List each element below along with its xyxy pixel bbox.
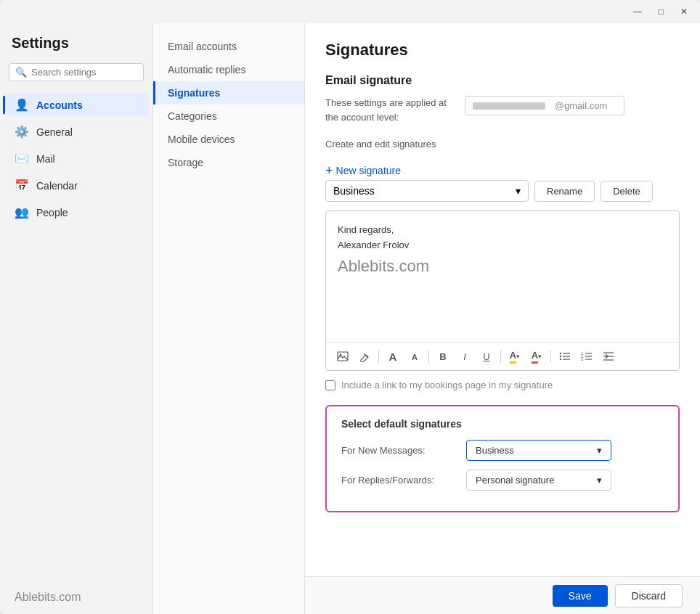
toolbar-underline-button[interactable]: U: [477, 347, 496, 366]
replies-label: For Replies/Forwards:: [341, 475, 457, 486]
new-signature-label: New signature: [336, 165, 402, 176]
search-icon: 🔍: [15, 67, 27, 78]
search-box[interactable]: 🔍: [9, 63, 144, 81]
toolbar-eraser-button[interactable]: [355, 347, 374, 366]
toolbar-sep2: [428, 350, 429, 363]
brand-name: Ablebits: [15, 591, 56, 603]
sidebar-item-calendar-label: Calendar: [36, 180, 78, 192]
toolbar-bold-button[interactable]: B: [434, 347, 452, 366]
svg-rect-0: [338, 352, 348, 361]
bookings-label: Include a link to my bookings page in my…: [341, 380, 553, 390]
mail-icon: ✉️: [15, 152, 29, 165]
mid-item-signatures[interactable]: Signatures: [153, 81, 304, 105]
account-level-row: These settings are applied at the accoun…: [325, 96, 680, 124]
mid-item-mobile-devices[interactable]: Mobile devices: [153, 128, 304, 151]
new-signature-button[interactable]: + New signature: [325, 161, 401, 180]
discard-button[interactable]: Discard: [615, 584, 683, 607]
sidebar-item-mail[interactable]: ✉️ Mail: [3, 147, 150, 171]
svg-point-2: [560, 353, 561, 354]
replies-row: For Replies/Forwards: Personal signature…: [341, 470, 664, 491]
sig-brand-suffix: .com: [394, 257, 429, 275]
toolbar-fontcolor-button[interactable]: A ▾: [527, 347, 546, 366]
create-edit-text: Create and edit signatures: [325, 139, 436, 150]
mid-item-email-accounts[interactable]: Email accounts: [153, 35, 304, 58]
page-title: Signatures: [325, 41, 680, 60]
main-panel: Signatures Email signature These setting…: [305, 23, 700, 614]
default-signatures-box: Select default signatures For New Messag…: [325, 405, 680, 512]
account-dropdown[interactable]: @gmail.com: [465, 96, 624, 115]
account-blurred: [473, 102, 545, 110]
replies-chevron: ▾: [597, 475, 602, 486]
footer: Save Discard: [305, 576, 700, 614]
toolbar-sep1: [378, 350, 379, 363]
highlight-icon: A: [510, 350, 516, 364]
search-input[interactable]: [31, 67, 153, 78]
toolbar-fontsize-large-button[interactable]: A: [383, 347, 402, 366]
sig-brand-name: Ablebits: [338, 257, 394, 275]
create-edit-label: Create and edit signatures: [325, 139, 680, 150]
bookings-checkbox[interactable]: [325, 380, 335, 390]
fontcolor-icon: A: [532, 350, 538, 364]
mid-item-signatures-label: Signatures: [168, 87, 220, 99]
email-signature-section-title: Email signature: [325, 74, 680, 87]
maximize-button[interactable]: □: [651, 4, 671, 19]
signature-select-value: Business: [333, 185, 375, 197]
mid-item-categories[interactable]: Categories: [153, 105, 304, 128]
signature-select[interactable]: Business ▾: [325, 180, 529, 202]
new-messages-value: Business: [476, 445, 514, 456]
account-level-description: These settings are applied at the accoun…: [325, 96, 456, 124]
brand-suffix: .com: [56, 591, 81, 603]
new-messages-select[interactable]: Business ▾: [466, 440, 611, 461]
sidebar-item-calendar[interactable]: 📅 Calendar: [3, 173, 150, 197]
main-content: Signatures Email signature These setting…: [305, 23, 700, 576]
signature-select-wrap: Business ▾: [325, 180, 529, 202]
new-messages-chevron: ▾: [597, 445, 602, 456]
toolbar-bullets-button[interactable]: [555, 347, 574, 366]
mid-item-storage-label: Storage: [168, 157, 203, 168]
highlight-chevron: ▾: [516, 353, 520, 360]
sig-line1: Kind regards,: [338, 223, 667, 238]
delete-button[interactable]: Delete: [601, 181, 653, 202]
toolbar-highlight-button[interactable]: A ▾: [505, 347, 524, 366]
sidebar-item-people[interactable]: 👥 People: [3, 200, 150, 224]
toolbar-fontsize-small-button[interactable]: A: [405, 347, 424, 366]
mid-item-automatic-replies-label: Automatic replies: [168, 64, 245, 75]
sidebar-title: Settings: [0, 35, 152, 60]
mid-item-automatic-replies[interactable]: Automatic replies: [153, 58, 304, 81]
sidebar-item-general[interactable]: ⚙️ General: [3, 120, 150, 144]
sidebar-item-people-label: People: [36, 207, 68, 218]
close-button[interactable]: ✕: [674, 4, 694, 19]
save-button[interactable]: Save: [553, 585, 608, 607]
toolbar-numbered-button[interactable]: 1.2.3.: [577, 347, 596, 366]
mid-item-mobile-devices-label: Mobile devices: [168, 134, 235, 145]
minimize-button[interactable]: —: [627, 4, 648, 19]
toolbar-indent-button[interactable]: [599, 347, 618, 366]
sidebar-item-accounts-label: Accounts: [36, 99, 83, 111]
sidebar: Settings 🔍 👤 Accounts ⚙️ General ✉️ Mail…: [0, 23, 152, 614]
plus-icon: +: [325, 164, 333, 177]
brand-footer: Ablebits.com: [15, 591, 81, 604]
signature-body[interactable]: Kind regards, Alexander Frolov Ablebits.…: [326, 211, 679, 342]
toolbar-image-button[interactable]: [333, 347, 352, 366]
mid-item-storage[interactable]: Storage: [153, 151, 304, 174]
account-email-suffix: @gmail.com: [555, 100, 607, 111]
svg-point-6: [560, 359, 561, 360]
mid-item-categories-label: Categories: [168, 110, 217, 122]
toolbar-italic-button[interactable]: I: [455, 347, 474, 366]
replies-select[interactable]: Personal signature ▾: [466, 470, 611, 491]
title-bar: — □ ✕: [0, 0, 700, 23]
fontcolor-chevron: ▾: [538, 353, 542, 360]
toolbar-sep3: [500, 350, 501, 363]
calendar-icon: 📅: [15, 179, 29, 192]
settings-window: — □ ✕ Settings 🔍 👤 Accounts ⚙️ General ✉…: [0, 0, 700, 614]
people-icon: 👥: [15, 205, 29, 219]
signature-editor[interactable]: Kind regards, Alexander Frolov Ablebits.…: [325, 210, 680, 371]
accounts-icon: 👤: [15, 98, 29, 112]
sidebar-item-general-label: General: [36, 126, 73, 138]
sidebar-item-accounts[interactable]: 👤 Accounts: [3, 93, 150, 117]
sig-line2: Alexander Frolov: [338, 238, 667, 253]
middle-panel: Email accounts Automatic replies Signatu…: [152, 23, 305, 614]
default-signatures-title: Select default signatures: [341, 418, 664, 430]
sidebar-item-mail-label: Mail: [36, 153, 55, 165]
rename-button[interactable]: Rename: [534, 181, 595, 202]
